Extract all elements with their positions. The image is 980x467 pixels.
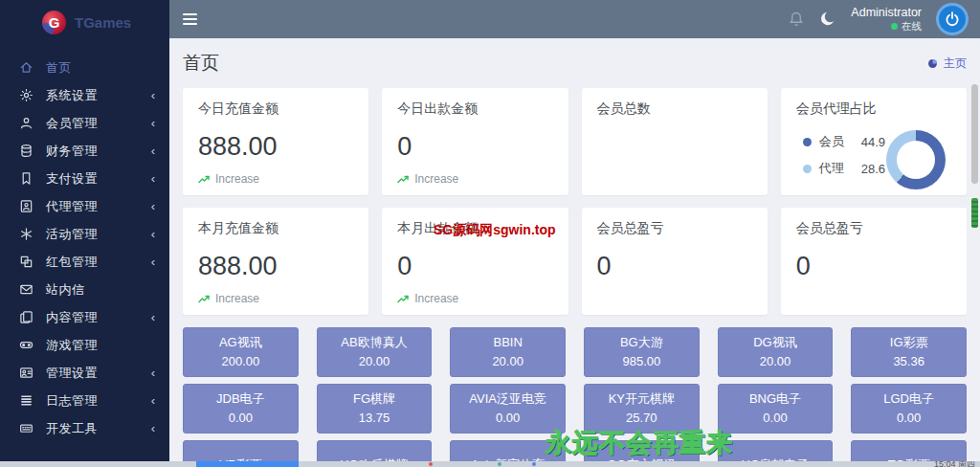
trend-label: Increase [215, 292, 259, 305]
sidebar-item-cogs[interactable]: 系统设置‹ [0, 81, 169, 109]
legend-dot-icon [803, 165, 812, 173]
online-status: 在线 [851, 20, 922, 33]
game-button[interactable]: BBIN 20.00 [450, 327, 566, 377]
stat-card-footer: Increase [397, 172, 458, 186]
avatar[interactable] [936, 3, 969, 35]
sidebar-item-label: 内容管理 [46, 309, 151, 326]
game-button[interactable]: BNG电子 0.00 [718, 384, 834, 434]
game-button[interactable]: FG棋牌 13.75 [317, 384, 433, 434]
hamburger-menu-icon[interactable] [169, 0, 210, 38]
mail-icon [18, 282, 33, 298]
content-icon [18, 310, 33, 325]
sidebar: G TGames 首页 系统设置‹ 会员管理‹ 财务管理‹ 支付设置‹ 代理管理… [0, 0, 169, 467]
game-name: IG彩票 [890, 333, 928, 352]
bell-icon[interactable] [788, 11, 805, 28]
game-name: JDB电子 [216, 389, 265, 409]
game-balance: 20.00 [492, 352, 523, 371]
game-icon [18, 338, 33, 353]
chevron-left-icon: ‹ [151, 145, 155, 157]
donut-chart-card: 会员代理占比 会员 44.9 代理 28.6 [781, 88, 967, 195]
stat-card-title: 今日出款金额 [397, 100, 552, 118]
sidebar-item-activity[interactable]: 活动管理‹ [0, 220, 169, 248]
home-pie-icon [926, 57, 939, 70]
idcard-icon [18, 366, 33, 381]
game-button[interactable]: AB欧博真人 20.00 [317, 327, 433, 377]
stat-card-title: 会员总盈亏 [597, 220, 752, 237]
sidebar-item-agent[interactable]: 代理管理‹ [0, 192, 169, 220]
sidebar-item-content[interactable]: 内容管理‹ [0, 303, 169, 331]
game-name: DG视讯 [753, 333, 797, 352]
donut-hole [897, 141, 935, 179]
donut-chart [886, 130, 946, 189]
sidebar-item-database[interactable]: 财务管理‹ [0, 137, 169, 165]
game-name: BNG电子 [749, 389, 801, 409]
stat-card-value: 0 [796, 252, 951, 281]
trend-up-icon [397, 293, 410, 305]
chevron-left-icon: ‹ [151, 422, 155, 434]
sidebar-item-bookmark[interactable]: 支付设置‹ [0, 165, 169, 192]
sidebar-item-log[interactable]: 日志管理‹ [0, 387, 169, 414]
sidebar-item-redpacket[interactable]: 红包管理‹ [0, 248, 169, 276]
sidebar-item-devtools[interactable]: 开发工具‹ [0, 414, 169, 442]
watermark-green: 永远不会再重来 [546, 426, 733, 460]
stat-card-value: 0 [597, 252, 752, 281]
stat-card: 今日出款金额 0 Increase [382, 88, 568, 195]
scrollbar-thumb[interactable] [971, 84, 978, 184]
stat-card-value: 888.00 [198, 132, 353, 162]
game-button[interactable]: IG彩票 35.36 [851, 327, 967, 377]
stat-card-footer: Increase [198, 292, 259, 305]
database-icon [18, 144, 33, 159]
stat-card-title: 本月充值金额 [198, 220, 353, 237]
breadcrumb[interactable]: 主页 [926, 56, 967, 72]
sidebar-item-label: 首页 [46, 59, 155, 77]
game-name: AG视讯 [219, 333, 262, 352]
chevron-left-icon: ‹ [151, 311, 155, 323]
chevron-left-icon: ‹ [151, 394, 155, 407]
sidebar-item-label: 财务管理 [46, 143, 151, 160]
game-balance: 0.00 [763, 409, 787, 428]
main-content: 首页 主页 今日充值金额 888.00 Increase今日出款金额 0 Inc… [169, 38, 980, 467]
game-button[interactable]: BG大游 985.00 [584, 327, 700, 377]
game-name: BG大游 [620, 333, 663, 352]
taskbar-active-app[interactable] [196, 461, 299, 467]
sidebar-item-home[interactable]: 首页 [0, 54, 169, 81]
stat-card: 本月充值金额 888.00 Increase [183, 208, 368, 315]
taskbar-strip: 15:04 周四 [0, 461, 980, 467]
stat-card: 会员总数 [582, 88, 768, 195]
moon-icon[interactable] [819, 11, 836, 28]
game-button[interactable]: JDB电子 0.00 [183, 384, 299, 434]
game-button[interactable]: AG视讯 200.00 [183, 327, 299, 377]
chevron-left-icon: ‹ [151, 367, 155, 379]
admin-account[interactable]: Administrator 在线 [851, 6, 922, 33]
game-name: BBIN [493, 333, 522, 352]
game-name: LGD电子 [883, 389, 934, 409]
power-icon [944, 11, 961, 28]
chevron-left-icon: ‹ [151, 117, 155, 129]
chevron-left-icon: ‹ [151, 256, 155, 268]
legend-dot-icon [803, 138, 812, 146]
sidebar-item-idcard[interactable]: 管理设置‹ [0, 359, 169, 387]
game-name: FG棋牌 [353, 389, 395, 409]
sidebar-item-label: 站内信 [46, 281, 155, 299]
trend-label: Increase [215, 172, 259, 186]
game-button[interactable]: LGD电子 0.00 [851, 384, 967, 434]
trend-up-icon [198, 173, 211, 186]
legend-label: 会员 [819, 133, 844, 150]
sidebar-item-label: 开发工具 [46, 420, 151, 437]
app-logo[interactable]: G TGames [0, 0, 169, 44]
sidebar-menu: 首页 系统设置‹ 会员管理‹ 财务管理‹ 支付设置‹ 代理管理‹ 活动管理‹ 红… [0, 44, 169, 442]
page-head: 首页 主页 [183, 38, 967, 88]
game-button[interactable]: DG视讯 20.00 [718, 327, 834, 377]
sidebar-item-mail[interactable]: 站内信 [0, 276, 169, 303]
redpacket-icon [18, 255, 33, 270]
legend-item: 代理 28.6 [803, 160, 886, 177]
sidebar-item-game[interactable]: 游戏管理 [0, 331, 169, 359]
game-balance: 985.00 [622, 352, 660, 371]
sidebar-item-user[interactable]: 会员管理‹ [0, 109, 169, 137]
page-title: 首页 [183, 51, 219, 76]
game-name: AB欧博真人 [341, 333, 407, 352]
breadcrumb-label: 主页 [944, 56, 967, 72]
stat-card-value: 0 [397, 252, 552, 281]
agent-icon [18, 199, 33, 214]
trend-up-icon [198, 293, 211, 305]
